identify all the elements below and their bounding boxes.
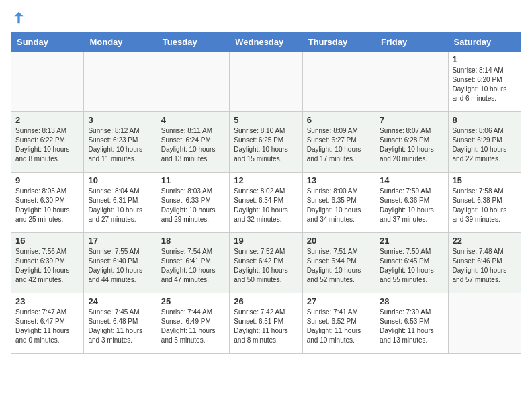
day-number: 10 [88, 175, 152, 185]
calendar-cell: 11Sunrise: 8:03 AM Sunset: 6:33 PM Dayli… [157, 173, 229, 233]
calendar-cell: 15Sunrise: 7:58 AM Sunset: 6:38 PM Dayli… [448, 173, 521, 233]
day-info: Sunrise: 8:04 AM Sunset: 6:31 PM Dayligh… [88, 187, 152, 224]
day-number: 9 [15, 175, 79, 185]
calendar-cell: 6Sunrise: 8:09 AM Sunset: 6:27 PM Daylig… [302, 112, 375, 173]
logo-icon [12, 11, 26, 24]
calendar-cell: 18Sunrise: 7:54 AM Sunset: 6:41 PM Dayli… [157, 233, 229, 293]
day-info: Sunrise: 7:54 AM Sunset: 6:41 PM Dayligh… [161, 247, 225, 285]
day-info: Sunrise: 7:41 AM Sunset: 6:52 PM Dayligh… [307, 308, 371, 345]
calendar-cell [11, 52, 84, 112]
calendar-cell [84, 52, 157, 112]
calendar-cell: 24Sunrise: 7:45 AM Sunset: 6:48 PM Dayli… [84, 293, 157, 354]
calendar-header-saturday: Saturday [448, 33, 521, 52]
day-info: Sunrise: 7:51 AM Sunset: 6:44 PM Dayligh… [307, 247, 371, 285]
calendar-table: SundayMondayTuesdayWednesdayThursdayFrid… [11, 32, 521, 354]
day-number: 15 [453, 175, 517, 185]
day-number: 20 [307, 236, 371, 246]
day-number: 23 [15, 296, 79, 306]
calendar-body: 1Sunrise: 8:14 AM Sunset: 6:20 PM Daylig… [11, 52, 521, 354]
calendar-cell: 21Sunrise: 7:50 AM Sunset: 6:45 PM Dayli… [375, 233, 448, 293]
calendar-week-3: 16Sunrise: 7:56 AM Sunset: 6:39 PM Dayli… [11, 233, 521, 293]
calendar-cell: 13Sunrise: 8:00 AM Sunset: 6:35 PM Dayli… [302, 173, 375, 233]
day-number: 6 [307, 115, 371, 125]
calendar-cell: 23Sunrise: 7:47 AM Sunset: 6:47 PM Dayli… [11, 293, 84, 354]
calendar-header-monday: Monday [84, 33, 157, 52]
calendar-cell: 5Sunrise: 8:10 AM Sunset: 6:25 PM Daylig… [230, 112, 302, 173]
day-number: 5 [234, 115, 298, 125]
day-info: Sunrise: 8:10 AM Sunset: 6:25 PM Dayligh… [234, 126, 298, 164]
calendar-header-sunday: Sunday [11, 33, 84, 52]
day-info: Sunrise: 7:42 AM Sunset: 6:51 PM Dayligh… [234, 308, 298, 345]
calendar-week-1: 2Sunrise: 8:13 AM Sunset: 6:22 PM Daylig… [11, 112, 521, 173]
logo [11, 11, 26, 24]
day-info: Sunrise: 8:11 AM Sunset: 6:24 PM Dayligh… [161, 126, 225, 164]
day-info: Sunrise: 8:02 AM Sunset: 6:34 PM Dayligh… [234, 187, 298, 224]
calendar-cell: 10Sunrise: 8:04 AM Sunset: 6:31 PM Dayli… [84, 173, 157, 233]
calendar-cell: 26Sunrise: 7:42 AM Sunset: 6:51 PM Dayli… [230, 293, 302, 354]
calendar-cell: 9Sunrise: 8:05 AM Sunset: 6:30 PM Daylig… [11, 173, 84, 233]
day-number: 12 [234, 175, 298, 185]
day-info: Sunrise: 8:09 AM Sunset: 6:27 PM Dayligh… [307, 126, 371, 164]
day-info: Sunrise: 7:39 AM Sunset: 6:53 PM Dayligh… [380, 308, 443, 345]
calendar-header-friday: Friday [375, 33, 448, 52]
day-info: Sunrise: 8:03 AM Sunset: 6:33 PM Dayligh… [161, 187, 225, 224]
day-number: 4 [161, 115, 225, 125]
calendar-cell: 22Sunrise: 7:48 AM Sunset: 6:46 PM Dayli… [448, 233, 521, 293]
calendar-cell: 3Sunrise: 8:12 AM Sunset: 6:23 PM Daylig… [84, 112, 157, 173]
day-info: Sunrise: 8:07 AM Sunset: 6:28 PM Dayligh… [380, 126, 443, 164]
day-info: Sunrise: 8:06 AM Sunset: 6:29 PM Dayligh… [453, 126, 517, 164]
calendar-cell: 19Sunrise: 7:52 AM Sunset: 6:42 PM Dayli… [230, 233, 302, 293]
day-info: Sunrise: 7:47 AM Sunset: 6:47 PM Dayligh… [15, 308, 79, 345]
calendar-week-0: 1Sunrise: 8:14 AM Sunset: 6:20 PM Daylig… [11, 52, 521, 112]
calendar-cell: 7Sunrise: 8:07 AM Sunset: 6:28 PM Daylig… [375, 112, 448, 173]
day-info: Sunrise: 7:50 AM Sunset: 6:45 PM Dayligh… [380, 247, 443, 285]
calendar-cell [448, 293, 521, 354]
calendar-cell: 17Sunrise: 7:55 AM Sunset: 6:40 PM Dayli… [84, 233, 157, 293]
day-number: 2 [15, 115, 79, 125]
day-info: Sunrise: 7:58 AM Sunset: 6:38 PM Dayligh… [453, 187, 517, 224]
calendar-header-row: SundayMondayTuesdayWednesdayThursdayFrid… [11, 33, 521, 52]
calendar-week-4: 23Sunrise: 7:47 AM Sunset: 6:47 PM Dayli… [11, 293, 521, 354]
day-number: 8 [453, 115, 517, 125]
day-number: 21 [380, 236, 443, 246]
day-info: Sunrise: 7:59 AM Sunset: 6:36 PM Dayligh… [380, 187, 443, 224]
calendar-cell: 14Sunrise: 7:59 AM Sunset: 6:36 PM Dayli… [375, 173, 448, 233]
calendar-cell: 8Sunrise: 8:06 AM Sunset: 6:29 PM Daylig… [448, 112, 521, 173]
calendar-cell: 28Sunrise: 7:39 AM Sunset: 6:53 PM Dayli… [375, 293, 448, 354]
day-number: 26 [234, 296, 298, 306]
calendar-header-wednesday: Wednesday [230, 33, 302, 52]
day-number: 25 [161, 296, 225, 306]
day-info: Sunrise: 7:52 AM Sunset: 6:42 PM Dayligh… [234, 247, 298, 285]
calendar-cell: 20Sunrise: 7:51 AM Sunset: 6:44 PM Dayli… [302, 233, 375, 293]
day-number: 16 [15, 236, 79, 246]
calendar-cell: 2Sunrise: 8:13 AM Sunset: 6:22 PM Daylig… [11, 112, 84, 173]
day-number: 27 [307, 296, 371, 306]
day-number: 13 [307, 175, 371, 185]
day-number: 17 [88, 236, 152, 246]
calendar-header-thursday: Thursday [302, 33, 375, 52]
day-number: 1 [453, 54, 517, 64]
day-info: Sunrise: 8:13 AM Sunset: 6:22 PM Dayligh… [15, 126, 79, 164]
day-number: 11 [161, 175, 225, 185]
calendar-cell: 4Sunrise: 8:11 AM Sunset: 6:24 PM Daylig… [157, 112, 229, 173]
day-info: Sunrise: 7:55 AM Sunset: 6:40 PM Dayligh… [88, 247, 152, 285]
day-number: 22 [453, 236, 517, 246]
day-info: Sunrise: 7:45 AM Sunset: 6:48 PM Dayligh… [88, 308, 152, 345]
day-info: Sunrise: 8:00 AM Sunset: 6:35 PM Dayligh… [307, 187, 371, 224]
day-number: 28 [380, 296, 443, 306]
calendar-cell: 25Sunrise: 7:44 AM Sunset: 6:49 PM Dayli… [157, 293, 229, 354]
calendar-cell [302, 52, 375, 112]
day-info: Sunrise: 8:05 AM Sunset: 6:30 PM Dayligh… [15, 187, 79, 224]
calendar-week-2: 9Sunrise: 8:05 AM Sunset: 6:30 PM Daylig… [11, 173, 521, 233]
day-number: 18 [161, 236, 225, 246]
day-number: 14 [380, 175, 443, 185]
day-info: Sunrise: 7:56 AM Sunset: 6:39 PM Dayligh… [15, 247, 79, 285]
calendar-cell: 16Sunrise: 7:56 AM Sunset: 6:39 PM Dayli… [11, 233, 84, 293]
day-info: Sunrise: 7:44 AM Sunset: 6:49 PM Dayligh… [161, 308, 225, 345]
day-number: 24 [88, 296, 152, 306]
day-info: Sunrise: 8:14 AM Sunset: 6:20 PM Dayligh… [453, 66, 517, 103]
day-info: Sunrise: 7:48 AM Sunset: 6:46 PM Dayligh… [453, 247, 517, 285]
calendar-header-tuesday: Tuesday [157, 33, 229, 52]
page-header [11, 11, 521, 24]
calendar-cell [230, 52, 302, 112]
